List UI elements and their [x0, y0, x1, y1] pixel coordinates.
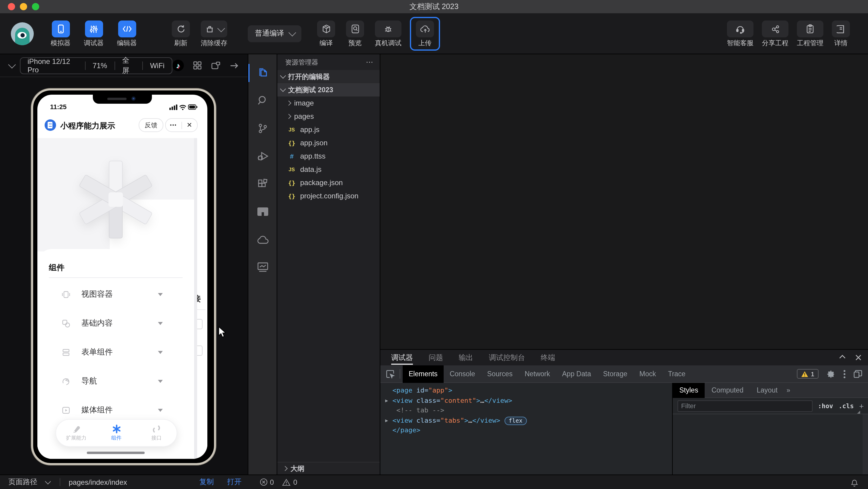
devtools-tab-storage[interactable]: Storage — [597, 365, 633, 383]
styles-scrollbar[interactable] — [863, 414, 868, 475]
styles-pane: Styles Computed Layout » :hov .cls + — [672, 383, 868, 475]
douyin-logo-icon[interactable]: ♪ — [173, 60, 184, 71]
form-component-icon — [61, 347, 70, 357]
tree-item-file[interactable]: # app.ttss — [277, 150, 380, 163]
devtools-warning-badge[interactable]: 1 — [797, 369, 818, 379]
toolbar-remote-debug-button[interactable]: 真机调试 — [375, 21, 401, 47]
activity-performance[interactable] — [248, 253, 277, 281]
activity-debug[interactable] — [248, 142, 277, 170]
tree-item-file[interactable]: {} project.config.json — [277, 189, 380, 203]
dock-tab-terminal[interactable]: 终端 — [541, 350, 555, 365]
styles-tab-layout[interactable]: Layout — [750, 383, 784, 398]
styles-tabs-overflow[interactable]: » — [786, 387, 790, 394]
activity-source-control[interactable] — [248, 115, 277, 142]
component-row-basic-content[interactable]: 基础内容 — [37, 315, 194, 331]
device-name[interactable]: iPhone 12/12 Pro — [20, 58, 85, 73]
open-editors-section[interactable]: 打开的编辑器 — [277, 70, 380, 83]
component-row-view-container[interactable]: 视图容器 — [37, 286, 194, 302]
error-counter[interactable]: 0 — [260, 478, 274, 486]
device-scale[interactable]: 71% — [85, 58, 114, 73]
tree-item-file[interactable]: JS app.js — [277, 123, 380, 136]
tab-apis[interactable]: 接口 — [136, 420, 177, 446]
new-style-rule-button[interactable]: + — [859, 401, 864, 410]
explorer-more-button[interactable]: ⋯ — [366, 58, 374, 66]
devtools-tab-elements[interactable]: Elements — [403, 365, 444, 383]
component-row-navigation[interactable]: 导航 — [37, 373, 194, 389]
toolbar-refresh-button[interactable]: 刷新 — [172, 21, 190, 47]
tree-item-folder[interactable]: image — [277, 96, 380, 110]
devtools-tab-appdata[interactable]: App Data — [556, 365, 597, 383]
dock-side-icon[interactable] — [854, 370, 863, 378]
tree-item-folder[interactable]: pages — [277, 110, 380, 123]
devtools-tab-network[interactable]: Network — [519, 365, 556, 383]
device-fullscreen[interactable]: 全屏 — [115, 58, 142, 73]
toolbar-preview-button[interactable]: 预览 — [346, 21, 364, 47]
toggle-class-editor[interactable]: .cls — [838, 402, 854, 409]
styles-tab-computed[interactable]: Computed — [705, 383, 750, 398]
warning-counter[interactable]: 0 — [282, 478, 297, 486]
styles-filter-input[interactable] — [678, 400, 812, 411]
close-miniapp-button[interactable]: ✕ — [182, 122, 197, 128]
tab-components[interactable]: 组件 — [96, 420, 136, 446]
toggle-hover-state[interactable]: :hov — [818, 402, 833, 409]
outline-section[interactable]: 大纲 — [277, 462, 380, 475]
devtools-tab-mock[interactable]: Mock — [633, 365, 662, 383]
more-menu-button[interactable]: ••• — [166, 122, 181, 128]
tree-item-file[interactable]: {} package.json — [277, 176, 380, 189]
dock-tab-debug-console[interactable]: 调试控制台 — [489, 350, 525, 365]
devtools-tab-trace[interactable]: Trace — [662, 365, 691, 383]
toolbar-service-button[interactable]: 智能客服 — [727, 21, 753, 47]
settings-gear-icon[interactable] — [827, 369, 835, 378]
dock-tab-problems[interactable]: 问题 — [429, 350, 443, 365]
dock-tab-output[interactable]: 输出 — [459, 350, 473, 365]
activity-cloud[interactable] — [248, 225, 277, 253]
collapse-up-icon[interactable] — [839, 355, 846, 359]
clear-cache-icon — [201, 21, 227, 37]
toolbar-detail-button[interactable]: 详情 — [832, 21, 850, 47]
grid-icon[interactable] — [193, 61, 202, 70]
status-bar: 页面路径 pages/index/index 复制 打开 0 0 — [0, 475, 868, 489]
toolbar-simulator-toggle[interactable]: 模拟器 — [51, 21, 70, 47]
toolbar-debugger-toggle[interactable]: 调试器 — [84, 21, 104, 47]
activity-files[interactable] — [248, 59, 277, 87]
devtools-tab-console[interactable]: Console — [444, 365, 481, 383]
feedback-button[interactable]: 反馈 — [138, 118, 163, 132]
tree-item-file[interactable]: JS data.js — [277, 163, 380, 176]
activity-extensions[interactable] — [248, 170, 277, 198]
toolbar-editor-toggle[interactable]: 编辑器 — [117, 21, 137, 47]
inspect-element-icon[interactable] — [386, 369, 395, 378]
open-path-button[interactable]: 打开 — [227, 477, 242, 487]
mouse-cursor — [218, 326, 226, 338]
device-network[interactable]: WiFi — [143, 58, 172, 73]
toolbar-upload-button[interactable]: 上传 — [411, 18, 439, 49]
copy-path-button[interactable]: 复制 — [199, 477, 214, 487]
chevron-down-icon[interactable] — [8, 61, 16, 68]
clipboard-icon — [797, 21, 824, 37]
devtools-tab-sources[interactable]: Sources — [481, 365, 518, 383]
activity-storage[interactable] — [248, 198, 277, 225]
component-row-form[interactable]: 表单组件 — [37, 344, 194, 360]
toolbar-compile-button[interactable]: 编译 — [317, 21, 335, 47]
tree-item-file[interactable]: {} app.json — [277, 136, 380, 150]
page-path-value[interactable]: pages/index/index — [69, 478, 127, 486]
user-avatar[interactable] — [11, 22, 34, 45]
kebab-menu-icon[interactable] — [843, 369, 846, 378]
toolbar-project-button[interactable]: 工程管理 — [797, 21, 824, 47]
device-selector[interactable]: iPhone 12/12 Pro 71% 全屏 WiFi — [20, 57, 173, 74]
elements-code[interactable]: <page id="app">▶<view class="content">…<… — [380, 383, 672, 475]
component-row-media[interactable]: 媒体组件 — [37, 402, 194, 418]
project-section[interactable]: 文档测试 2023 — [277, 83, 380, 96]
chevron-down-icon[interactable] — [45, 479, 51, 485]
detach-window-icon[interactable] — [211, 61, 221, 70]
close-dock-icon[interactable] — [855, 355, 861, 361]
page-path-label[interactable]: 页面路径 — [8, 477, 37, 487]
styles-tab-styles[interactable]: Styles — [673, 383, 705, 398]
activity-search[interactable] — [248, 87, 277, 115]
toolbar-clear-cache-button[interactable]: 清除缓存 — [201, 21, 227, 47]
compile-mode-dropdown[interactable]: 普通编译 — [248, 25, 301, 42]
notifications-bell-icon[interactable] — [850, 478, 858, 486]
dock-tab-debugger[interactable]: 调试器 — [391, 350, 413, 365]
tab-extend-capability[interactable]: 扩展能力 — [56, 420, 96, 446]
arrow-right-icon[interactable] — [230, 62, 239, 69]
toolbar-share-button[interactable]: 分享工程 — [762, 21, 788, 47]
